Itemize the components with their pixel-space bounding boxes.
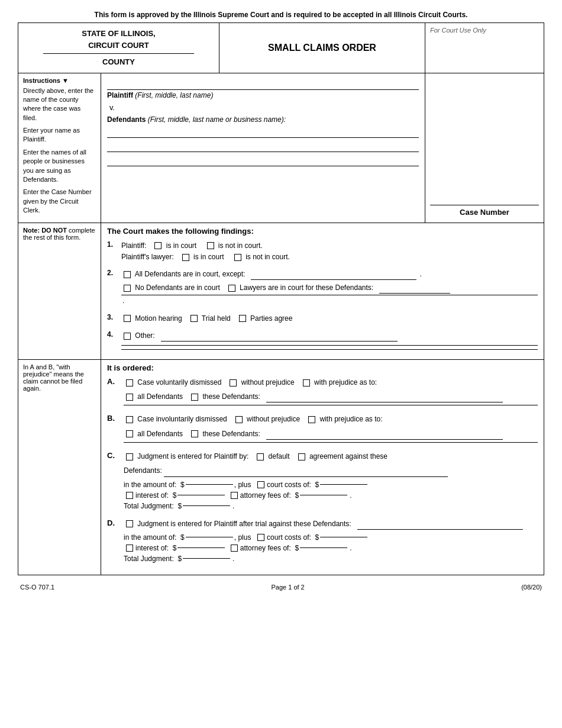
these-defendants-b-checkbox[interactable]	[191, 430, 198, 437]
ordered-content-c: Judgment is entered for Plaintiff by: de…	[124, 451, 538, 462]
ordered-row: In A and B, "with prejudice" means the c…	[18, 360, 544, 575]
other-extra-line-2	[121, 349, 538, 350]
court-costs-label-d: court costs of:	[267, 533, 315, 542]
other-checkbox[interactable]	[124, 333, 131, 340]
lawyers-defendants-field[interactable]	[379, 293, 450, 294]
court-field-d[interactable]	[320, 537, 367, 537]
without-prejudice-a-checkbox[interactable]	[230, 379, 237, 386]
finding-1-line-2: Plaintiff's lawyer: is in court is not i…	[121, 252, 538, 263]
interest-field-c[interactable]	[177, 495, 225, 495]
court-field-c[interactable]	[320, 484, 367, 485]
form-title: SMALL CLAIMS ORDER	[268, 43, 376, 53]
header-center: SMALL CLAIMS ORDER	[219, 23, 425, 73]
finding-2: 2. All Defendants are in court, except: …	[107, 269, 538, 307]
total-label-c: Total Judgment:	[124, 502, 177, 510]
without-prejudice-b-checkbox[interactable]	[235, 416, 243, 423]
instructions-col: Instructions ▼ Directly above, enter the…	[18, 73, 101, 223]
findings-title: The Court makes the following findings:	[107, 227, 538, 236]
amount-field-c[interactable]	[186, 484, 233, 485]
ordered-item-b: B. Case involuntarily dismissed without …	[107, 414, 538, 443]
defendant-input-line-3[interactable]	[107, 154, 419, 166]
plaintiff-input-line[interactable]	[107, 77, 419, 90]
case-number-input-line[interactable]	[430, 194, 539, 205]
judgment-plaintiff-c-checkbox[interactable]	[126, 453, 133, 460]
all-defendants-b-checkbox[interactable]	[126, 430, 133, 437]
plus-c: , plus	[234, 481, 255, 489]
ordered-letter-c: C.	[107, 451, 124, 460]
atty-field-d[interactable]	[300, 547, 347, 548]
money-row-d-3: Total Judgment: $ .	[124, 555, 538, 563]
all-defendants-in-court-checkbox[interactable]	[124, 271, 131, 278]
ordered-note-text: In A and B, "with prejudice" means the c…	[23, 363, 84, 392]
county-label: COUNTY	[24, 56, 213, 68]
ordered-content-d: Judgment is entered for Plaintiff after …	[124, 518, 538, 530]
these-defendants-a-field[interactable]	[266, 402, 503, 402]
separator-b	[124, 442, 538, 443]
note-header: Note: DO NOT	[23, 227, 67, 234]
lawyers-in-court-checkbox[interactable]	[228, 285, 235, 292]
plaintiff-in-court-checkbox[interactable]	[154, 242, 162, 249]
lawyer-not-in-court-checkbox[interactable]	[234, 254, 241, 261]
amount-dollar-d: $	[180, 533, 185, 542]
instruction-4: Enter the Case Number given by the Circu…	[23, 188, 96, 215]
lawyer-in-court-checkbox[interactable]	[182, 254, 189, 261]
ordered-letter-b: B.	[107, 414, 124, 423]
instruction-2: Enter your name as Plaintiff.	[23, 126, 96, 144]
finding-1-line-1: Plaintiff: is in court is not in court.	[121, 240, 538, 252]
amount-field-d[interactable]	[186, 537, 233, 537]
interest-label-c: interest of:	[135, 491, 173, 500]
finding-1: 1. Plaintiff: is in court is not in cour…	[107, 240, 538, 263]
amount-dollar-c: $	[180, 481, 185, 489]
ordered-content-a: Case voluntarily dismissed without preju…	[124, 377, 538, 388]
defendants-except-field[interactable]	[251, 279, 416, 280]
with-prejudice-b-checkbox[interactable]	[308, 416, 315, 423]
case-voluntarily-dismissed-checkbox[interactable]	[126, 379, 133, 386]
court-dollar-c: $	[315, 481, 319, 489]
default-c-checkbox[interactable]	[257, 453, 264, 460]
court-costs-d-checkbox[interactable]	[257, 534, 264, 541]
court-costs-c-checkbox[interactable]	[257, 481, 264, 488]
case-number-col: Case Number	[425, 73, 544, 223]
defendant-input-line-2[interactable]	[107, 140, 419, 152]
plaintiff-not-in-court-checkbox[interactable]	[207, 242, 214, 249]
parties-agree-checkbox[interactable]	[239, 315, 246, 322]
defendants-d-field[interactable]	[357, 529, 523, 530]
defendant-label: Defendants (First, middle, last name or …	[107, 115, 419, 124]
ordered-item-c: C. Judgment is entered for Plaintiff by:…	[107, 451, 538, 510]
ordered-main: It is ordered: A. Case voluntarily dismi…	[101, 360, 544, 575]
form-number: CS-O 707.1	[20, 584, 54, 591]
interest-c-checkbox[interactable]	[126, 492, 133, 499]
agreement-c-checkbox[interactable]	[298, 453, 305, 460]
other-field[interactable]	[161, 341, 398, 342]
atty-fees-d-checkbox[interactable]	[231, 545, 238, 552]
parties-row: Instructions ▼ Directly above, enter the…	[18, 73, 544, 223]
money-row-d-1: in the amount of: $ , plus court costs o…	[124, 533, 538, 542]
finding-2-line-1: All Defendants are in court, except: .	[121, 269, 538, 280]
motion-hearing-checkbox[interactable]	[124, 315, 131, 322]
judgment-plaintiff-d-checkbox[interactable]	[126, 520, 133, 527]
case-involuntarily-dismissed-checkbox[interactable]	[126, 416, 133, 423]
interest-field-d[interactable]	[177, 547, 225, 548]
all-defendants-a-checkbox[interactable]	[126, 394, 133, 401]
total-field-d[interactable]	[183, 558, 230, 559]
with-prejudice-a-checkbox[interactable]	[303, 379, 310, 386]
these-defendants-a-checkbox[interactable]	[191, 394, 198, 401]
total-field-c[interactable]	[183, 505, 230, 506]
no-defendants-in-court-checkbox[interactable]	[124, 285, 131, 292]
ordered-letter-a: A.	[107, 377, 124, 386]
ordered-item-a: A. Case voluntarily dismissed without pr…	[107, 377, 538, 406]
finding-3: 3. Motion hearing Trial held Parties agr…	[107, 313, 538, 324]
parties-main: Plaintiff (First, middle, last name) v. …	[101, 73, 425, 223]
atty-field-c[interactable]	[300, 495, 347, 495]
defendant-input-line-1[interactable]	[107, 126, 419, 138]
atty-dollar-d: $	[295, 544, 299, 552]
money-row-c-3: Total Judgment: $ .	[124, 502, 538, 510]
atty-fees-c-checkbox[interactable]	[231, 492, 238, 499]
instruction-3: Enter the names of all people or busines…	[23, 148, 96, 185]
money-row-c-1: in the amount of: $ , plus court costs o…	[124, 481, 538, 489]
interest-d-checkbox[interactable]	[126, 545, 133, 552]
trial-held-checkbox[interactable]	[190, 315, 198, 322]
these-defendants-b-field[interactable]	[266, 439, 503, 440]
note-col: Note: DO NOT complete the rest of this f…	[18, 223, 101, 359]
defendants-c-field[interactable]	[164, 476, 448, 477]
